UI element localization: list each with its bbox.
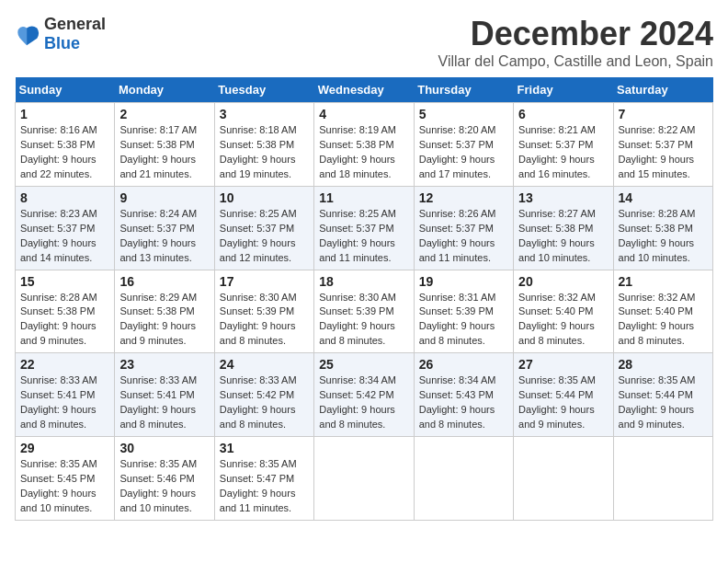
calendar-header-cell: Saturday (613, 77, 712, 103)
calendar-cell: 24 Sunrise: 8:33 AMSunset: 5:42 PMDaylig… (214, 353, 313, 437)
calendar-header-cell: Friday (514, 77, 613, 103)
calendar-cell: 25 Sunrise: 8:34 AMSunset: 5:42 PMDaylig… (314, 353, 414, 437)
day-number: 18 (319, 274, 408, 289)
calendar-cell: 11 Sunrise: 8:25 AMSunset: 5:37 PMDaylig… (314, 186, 414, 270)
calendar-week-row: 1 Sunrise: 8:16 AMSunset: 5:38 PMDayligh… (16, 103, 713, 187)
day-number: 25 (319, 357, 408, 372)
calendar-cell: 1 Sunrise: 8:16 AMSunset: 5:38 PMDayligh… (16, 103, 115, 187)
calendar-cell: 12 Sunrise: 8:26 AMSunset: 5:37 PMDaylig… (414, 186, 513, 270)
day-number: 7 (619, 107, 708, 121)
calendar-body: 1 Sunrise: 8:16 AMSunset: 5:38 PMDayligh… (16, 103, 713, 521)
calendar-cell (514, 437, 613, 521)
logo-text: General Blue (44, 15, 106, 53)
calendar-week-row: 29 Sunrise: 8:35 AMSunset: 5:45 PMDaylig… (16, 437, 713, 521)
day-detail: Sunrise: 8:18 AMSunset: 5:38 PMDaylight:… (220, 124, 297, 179)
day-number: 5 (419, 107, 508, 121)
day-number: 6 (518, 107, 608, 121)
header: General Blue December 2024 Villar del Ca… (15, 15, 713, 70)
calendar-cell: 13 Sunrise: 8:27 AMSunset: 5:38 PMDaylig… (514, 186, 613, 270)
day-detail: Sunrise: 8:33 AMSunset: 5:41 PMDaylight:… (119, 374, 197, 430)
location-title: Villar del Campo, Castille and Leon, Spa… (438, 53, 713, 70)
calendar-cell: 29 Sunrise: 8:35 AMSunset: 5:45 PMDaylig… (16, 437, 115, 521)
calendar-cell: 30 Sunrise: 8:35 AMSunset: 5:46 PMDaylig… (115, 437, 214, 521)
calendar-cell (314, 437, 414, 521)
calendar-cell: 4 Sunrise: 8:19 AMSunset: 5:38 PMDayligh… (314, 103, 414, 187)
logo-icon (15, 21, 40, 47)
day-number: 24 (220, 357, 309, 372)
day-detail: Sunrise: 8:28 AMSunset: 5:38 PMDaylight:… (619, 208, 696, 263)
day-detail: Sunrise: 8:26 AMSunset: 5:37 PMDaylight:… (419, 208, 496, 263)
day-detail: Sunrise: 8:27 AMSunset: 5:38 PMDaylight:… (518, 208, 596, 263)
day-detail: Sunrise: 8:30 AMSunset: 5:39 PMDaylight:… (220, 292, 297, 347)
day-detail: Sunrise: 8:23 AMSunset: 5:37 PMDaylight:… (20, 208, 97, 263)
calendar-cell: 16 Sunrise: 8:29 AMSunset: 5:38 PMDaylig… (115, 270, 214, 353)
calendar-cell: 23 Sunrise: 8:33 AMSunset: 5:41 PMDaylig… (115, 353, 214, 437)
day-detail: Sunrise: 8:21 AMSunset: 5:37 PMDaylight:… (518, 124, 596, 179)
calendar-cell: 20 Sunrise: 8:32 AMSunset: 5:40 PMDaylig… (514, 270, 613, 353)
day-number: 17 (220, 274, 309, 289)
day-detail: Sunrise: 8:35 AMSunset: 5:44 PMDaylight:… (518, 374, 596, 430)
calendar-week-row: 8 Sunrise: 8:23 AMSunset: 5:37 PMDayligh… (16, 186, 713, 270)
calendar-cell: 8 Sunrise: 8:23 AMSunset: 5:37 PMDayligh… (16, 186, 115, 270)
day-number: 21 (619, 274, 708, 289)
month-title: December 2024 (438, 15, 713, 53)
day-detail: Sunrise: 8:25 AMSunset: 5:37 PMDaylight:… (220, 208, 297, 263)
day-detail: Sunrise: 8:25 AMSunset: 5:37 PMDaylight:… (319, 208, 396, 263)
calendar-cell: 15 Sunrise: 8:28 AMSunset: 5:38 PMDaylig… (16, 270, 115, 353)
calendar-cell: 31 Sunrise: 8:35 AMSunset: 5:47 PMDaylig… (214, 437, 313, 521)
day-detail: Sunrise: 8:24 AMSunset: 5:37 PMDaylight:… (119, 208, 197, 263)
calendar-cell: 6 Sunrise: 8:21 AMSunset: 5:37 PMDayligh… (514, 103, 613, 187)
day-number: 30 (119, 441, 209, 455)
calendar-cell: 27 Sunrise: 8:35 AMSunset: 5:44 PMDaylig… (514, 353, 613, 437)
calendar-cell: 21 Sunrise: 8:32 AMSunset: 5:40 PMDaylig… (613, 270, 712, 353)
day-number: 4 (319, 107, 408, 121)
day-number: 2 (119, 107, 209, 121)
calendar-cell: 10 Sunrise: 8:25 AMSunset: 5:37 PMDaylig… (214, 186, 313, 270)
day-detail: Sunrise: 8:35 AMSunset: 5:47 PMDaylight:… (220, 458, 297, 513)
day-detail: Sunrise: 8:32 AMSunset: 5:40 PMDaylight:… (518, 292, 596, 347)
day-number: 8 (20, 190, 109, 205)
day-number: 13 (518, 190, 608, 205)
day-detail: Sunrise: 8:35 AMSunset: 5:45 PMDaylight:… (20, 458, 97, 513)
day-detail: Sunrise: 8:19 AMSunset: 5:38 PMDaylight:… (319, 124, 396, 179)
day-number: 19 (419, 274, 508, 289)
day-detail: Sunrise: 8:22 AMSunset: 5:37 PMDaylight:… (619, 124, 696, 179)
calendar-cell: 5 Sunrise: 8:20 AMSunset: 5:37 PMDayligh… (414, 103, 513, 187)
day-detail: Sunrise: 8:16 AMSunset: 5:38 PMDaylight:… (20, 124, 97, 179)
calendar-header-cell: Wednesday (314, 77, 414, 103)
day-detail: Sunrise: 8:28 AMSunset: 5:38 PMDaylight:… (20, 292, 97, 347)
calendar-cell: 28 Sunrise: 8:35 AMSunset: 5:44 PMDaylig… (613, 353, 712, 437)
day-number: 14 (619, 190, 708, 205)
calendar-header-row: SundayMondayTuesdayWednesdayThursdayFrid… (16, 77, 713, 103)
day-number: 16 (119, 274, 209, 289)
day-detail: Sunrise: 8:34 AMSunset: 5:43 PMDaylight:… (419, 374, 496, 430)
calendar-header-cell: Monday (115, 77, 214, 103)
day-detail: Sunrise: 8:30 AMSunset: 5:39 PMDaylight:… (319, 292, 396, 347)
calendar-cell: 19 Sunrise: 8:31 AMSunset: 5:39 PMDaylig… (414, 270, 513, 353)
calendar-week-row: 15 Sunrise: 8:28 AMSunset: 5:38 PMDaylig… (16, 270, 713, 353)
day-number: 15 (20, 274, 109, 289)
calendar-cell: 26 Sunrise: 8:34 AMSunset: 5:43 PMDaylig… (414, 353, 513, 437)
day-detail: Sunrise: 8:32 AMSunset: 5:40 PMDaylight:… (619, 292, 696, 347)
day-number: 29 (20, 441, 109, 455)
calendar-table: SundayMondayTuesdayWednesdayThursdayFrid… (15, 77, 713, 521)
day-number: 23 (119, 357, 209, 372)
day-number: 3 (220, 107, 309, 121)
calendar-cell: 3 Sunrise: 8:18 AMSunset: 5:38 PMDayligh… (214, 103, 313, 187)
calendar-cell: 14 Sunrise: 8:28 AMSunset: 5:38 PMDaylig… (613, 186, 712, 270)
day-detail: Sunrise: 8:33 AMSunset: 5:42 PMDaylight:… (220, 374, 297, 430)
calendar-header-cell: Tuesday (214, 77, 313, 103)
calendar-cell (414, 437, 513, 521)
day-detail: Sunrise: 8:33 AMSunset: 5:41 PMDaylight:… (20, 374, 97, 430)
calendar-header-cell: Sunday (16, 77, 115, 103)
day-number: 11 (319, 190, 408, 205)
calendar-cell (613, 437, 712, 521)
day-number: 31 (220, 441, 309, 455)
day-number: 1 (20, 107, 109, 121)
day-number: 20 (518, 274, 608, 289)
day-number: 12 (419, 190, 508, 205)
day-detail: Sunrise: 8:35 AMSunset: 5:46 PMDaylight:… (119, 458, 197, 513)
day-number: 26 (419, 357, 508, 372)
calendar-cell: 22 Sunrise: 8:33 AMSunset: 5:41 PMDaylig… (16, 353, 115, 437)
day-number: 22 (20, 357, 109, 372)
